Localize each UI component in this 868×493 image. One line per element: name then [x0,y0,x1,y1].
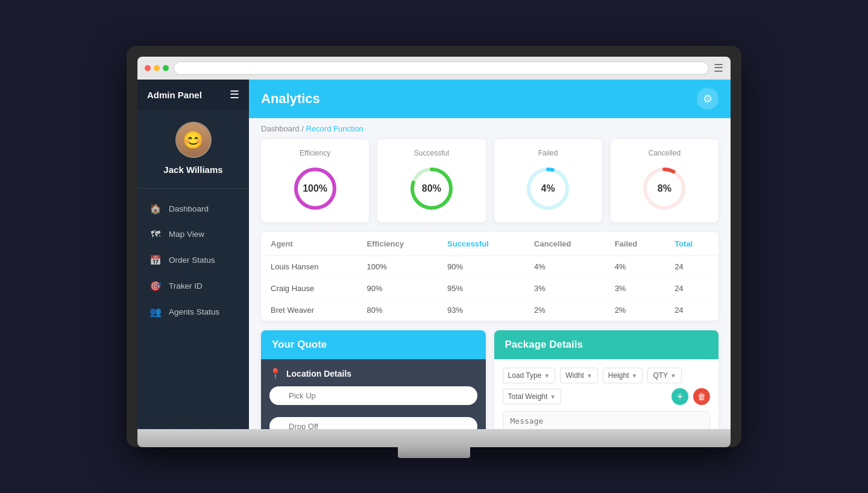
dot-green [163,65,169,71]
message-textarea[interactable] [503,411,711,429]
cell-total: 24 [665,300,719,321]
location-details-header: 📍 Location Details [269,368,477,379]
metric-label-failed: Failed [538,149,558,157]
dot-yellow [154,65,160,71]
width-arrow: ▼ [587,372,593,379]
hamburger-icon[interactable]: ☰ [230,88,239,101]
width-label: Widht [565,371,584,380]
height-arrow: ▼ [632,372,638,379]
package-selects-row: Load Type ▼ Widht ▼ Height ▼ [503,368,711,383]
cell-cancelled: 4% [524,256,605,278]
table-row: Craig Hause90%95%3%3%24 [261,278,719,300]
qty-select[interactable]: QTY ▼ [647,368,682,383]
height-select[interactable]: Height ▼ [603,368,643,383]
dot-red [145,65,151,71]
cell-efficiency: 100% [357,256,438,278]
home-icon: 🏠 [149,203,162,215]
app-container: Admin Panel ☰ 😊 Jack Williams 🏠 Dashboar… [137,80,731,429]
sidebar-item-traker-id[interactable]: 🎯 Traker ID [137,273,249,299]
breadcrumb-current: Record Function [306,124,363,133]
total-weight-select[interactable]: Total Weight ▼ [503,389,562,404]
load-type-arrow: ▼ [544,372,550,379]
agents-icon: 👥 [149,306,162,318]
sidebar-item-agents-status[interactable]: 👥 Agents Status [137,299,249,325]
sidebar-item-agents-status-label: Agents Status [169,307,219,316]
table-row: Bret Weaver80%93%2%2%24 [261,300,719,321]
col-agent: Agent [261,232,357,256]
breadcrumb: Dashboard / Record Function [249,118,731,139]
col-successful: Successful [438,232,524,256]
gear-icon: ⚙ [703,92,712,105]
metric-label-efficiency: Efficiency [300,149,330,157]
col-efficiency: Efficiency [357,232,438,256]
height-label: Height [608,371,629,380]
quote-panel-header: Your Quote [261,330,486,359]
laptop-stand [398,447,470,458]
sidebar-title: Admin Panel [147,90,202,100]
main-content: Analytics ⚙ Dashboard / Record Function … [249,80,731,429]
calendar-icon: 📅 [149,254,162,266]
circle-efficiency: 100% [291,165,339,213]
sidebar-item-dashboard[interactable]: 🏠 Dashboard [137,196,249,222]
cell-successful: 90% [438,256,524,278]
data-table: Agent Efficiency Successful Cancelled Fa… [261,232,719,321]
package-body: Load Type ▼ Widht ▼ Height ▼ [494,359,719,429]
quote-body: 📍 Location Details 📍 📍 [261,359,486,429]
cell-failed: 4% [605,256,665,278]
sidebar-item-order-status[interactable]: 📅 Order Status [137,247,249,273]
metric-label-successful: Successful [414,149,449,157]
sidebar-header: Admin Panel ☰ [137,80,249,110]
target-icon: 🎯 [149,280,162,292]
delete-button[interactable]: 🗑 [693,388,710,405]
metric-card-failed: Failed 4% [494,139,602,222]
user-name: Jack Williams [163,164,222,176]
location-pin-icon: 📍 [269,368,281,379]
metric-value-cancelled: 8% [658,183,671,194]
action-buttons: + 🗑 [671,388,710,405]
browser-chrome: ☰ [137,57,731,80]
browser-menu-icon[interactable]: ☰ [714,61,723,75]
metric-value-efficiency: 100% [303,183,327,194]
nav-menu: 🏠 Dashboard 🗺 Map View 📅 Order Status 🎯 … [137,189,249,430]
breadcrumb-base[interactable]: Dashboard [261,124,300,133]
col-total: Total [665,232,719,256]
col-failed: Failed [605,232,665,256]
bottom-panels: Your Quote 📍 Location Details 📍 [261,330,719,429]
dropoff-input-wrapper: 📍 [269,417,477,429]
circle-cancelled: 8% [640,165,688,213]
cell-efficiency: 80% [357,300,438,321]
location-details-label: Location Details [286,369,351,378]
sidebar: Admin Panel ☰ 😊 Jack Williams 🏠 Dashboar… [137,80,249,429]
cell-total: 24 [665,256,719,278]
load-type-label: Load Type [508,371,542,380]
metric-card-efficiency: Efficiency 100% [261,139,369,222]
metric-label-cancelled: Cancelled [649,149,681,157]
data-table-card: Agent Efficiency Successful Cancelled Fa… [261,232,719,321]
cell-cancelled: 2% [524,300,605,321]
browser-dots [145,65,169,71]
total-weight-arrow: ▼ [550,394,556,400]
sidebar-item-traker-id-label: Traker ID [169,281,203,290]
cell-successful: 93% [438,300,524,321]
dropoff-input[interactable] [269,417,477,429]
metric-value-failed: 4% [541,183,555,194]
cell-cancelled: 3% [524,278,605,300]
add-button[interactable]: + [671,388,688,405]
cell-agent: Louis Hansen [261,256,357,278]
pickup-input-wrapper: 📍 [269,386,477,411]
width-select[interactable]: Widht ▼ [560,368,598,383]
settings-button[interactable]: ⚙ [697,88,719,110]
sidebar-item-map-view[interactable]: 🗺 Map View [137,222,249,247]
address-bar[interactable] [174,61,709,75]
pickup-input[interactable] [269,386,477,405]
cell-failed: 3% [605,278,665,300]
total-weight-label: Total Weight [508,392,548,401]
col-cancelled: Cancelled [524,232,605,256]
metrics-row: Efficiency 100% Successful [261,139,719,222]
circle-successful: 80% [407,165,456,213]
package-panel-header: Package Details [494,330,719,359]
load-type-select[interactable]: Load Type ▼ [503,368,556,383]
package-second-row: Total Weight ▼ + 🗑 [503,388,711,405]
qty-label: QTY [653,371,668,380]
metric-card-successful: Successful 80% [377,139,485,222]
